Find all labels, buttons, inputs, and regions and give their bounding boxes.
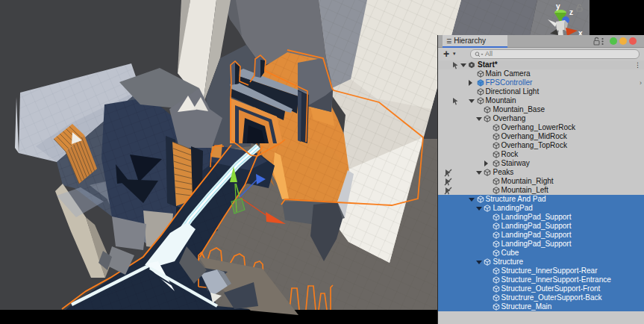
svg-text:y: y — [556, 2, 560, 10]
svg-text:z: z — [569, 8, 573, 16]
